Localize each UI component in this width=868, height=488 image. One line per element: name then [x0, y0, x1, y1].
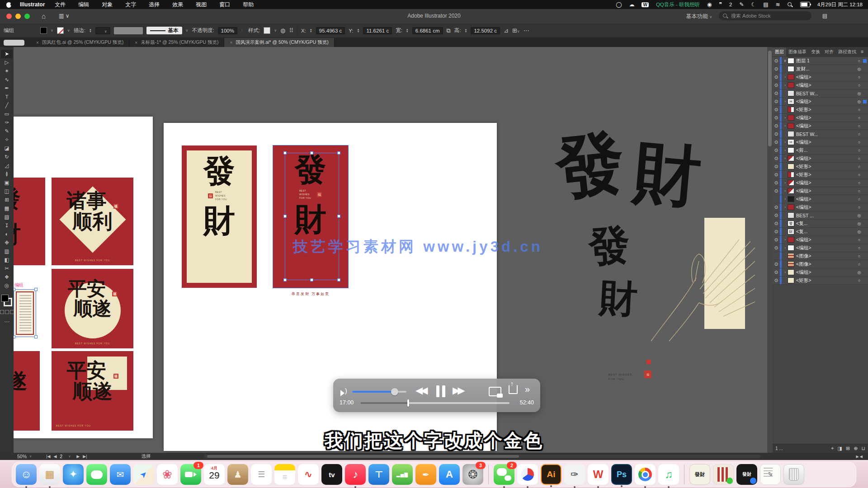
more-options-icon[interactable]: ⋯: [524, 27, 529, 34]
direct-selection-tool[interactable]: ▷: [1, 58, 13, 67]
mesh-tool[interactable]: ▦: [1, 204, 13, 213]
dock-mail[interactable]: ✉: [110, 464, 131, 485]
layer-name[interactable]: <复...: [794, 229, 856, 235]
dock-brush-app[interactable]: ✑: [564, 464, 585, 485]
playhead[interactable]: [407, 399, 409, 407]
panel-tab-align[interactable]: 对齐: [822, 47, 836, 56]
layer-name[interactable]: <矩形>: [794, 277, 856, 284]
layer-name[interactable]: <剪...: [794, 147, 856, 154]
rectangle-tool[interactable]: ▭: [1, 110, 13, 118]
rotate-tool[interactable]: ↻: [1, 153, 13, 161]
expand-chevron-icon[interactable]: ›: [783, 205, 788, 209]
target-circle-icon[interactable]: ○: [856, 278, 862, 283]
scale-tool[interactable]: ◿: [1, 161, 13, 170]
horizontal-scrollbar[interactable]: [204, 455, 760, 458]
tab-guofeng-yanshi[interactable]: × 国风演示案例.ai* @ 50% (CMYK/GPU 预览): [224, 38, 334, 47]
expand-chevron-icon[interactable]: ›: [783, 181, 788, 185]
selected-small-card[interactable]: [14, 289, 36, 337]
layer-row[interactable]: ⊙ › H <编组> ◎: [773, 98, 868, 106]
column-graph-tool[interactable]: ▥: [1, 247, 13, 256]
visibility-eye-icon[interactable]: ⊙: [773, 58, 780, 63]
height-value[interactable]: 12.5092 c: [471, 27, 500, 34]
dock-facetime[interactable]: 1: [180, 464, 201, 485]
visibility-eye-icon[interactable]: ⊙: [773, 115, 780, 120]
fill-stroke-indicator[interactable]: [1, 295, 12, 306]
layer-row[interactable]: ⊙ › <编组> ◎: [773, 268, 868, 277]
layer-name[interactable]: BEST W...: [794, 91, 856, 96]
layer-name[interactable]: <编组>: [794, 99, 856, 105]
layer-row[interactable]: ⊙ › <编组> ○: [773, 114, 868, 122]
shape-builder-tool[interactable]: ◫: [1, 187, 13, 196]
dock-wechat[interactable]: 2: [494, 464, 514, 485]
type-tool[interactable]: T: [1, 93, 13, 101]
dock-keynote[interactable]: ⊤: [368, 464, 389, 485]
layer-row[interactable]: ⊙ › <编组> ○: [773, 155, 868, 163]
visibility-eye-icon[interactable]: ⊙: [773, 172, 780, 177]
adobe-stock-search-input[interactable]: 搜索 Adobe Stock: [719, 11, 811, 20]
vertical-scrollbar[interactable]: [767, 47, 773, 453]
layer-name[interactable]: 发财...: [794, 66, 856, 72]
target-circle-icon[interactable]: ○: [856, 148, 862, 153]
target-circle-icon[interactable]: ○: [856, 246, 862, 250]
dock-stocks[interactable]: ∿: [298, 464, 319, 485]
tab-overflow-chip[interactable]: [4, 40, 24, 46]
menu-file[interactable]: 文件: [55, 1, 66, 9]
visibility-eye-icon[interactable]: ⊙: [773, 66, 780, 71]
input-source-icon[interactable]: ▤: [763, 0, 768, 9]
visibility-eye-icon[interactable]: ⊙: [773, 270, 780, 275]
document-setup-icon[interactable]: ◍: [280, 27, 285, 34]
mid-fa-char[interactable]: 發: [587, 216, 632, 275]
expand-chevron-icon[interactable]: ›: [783, 116, 788, 120]
stroke-color-swatch[interactable]: [57, 27, 64, 34]
expand-chevron-icon[interactable]: ›: [783, 246, 788, 250]
layer-row[interactable]: ⊙ 財 <复... ◎: [773, 228, 868, 236]
visibility-eye-icon[interactable]: ⊙: [773, 188, 780, 193]
panel-tab-pathfinder[interactable]: 路径查找: [836, 47, 859, 56]
volume-knob[interactable]: [391, 388, 398, 395]
dock-safari[interactable]: ✦: [63, 464, 84, 485]
share-icon[interactable]: [509, 385, 518, 394]
visibility-eye-icon[interactable]: ⊙: [773, 156, 780, 161]
layer-row[interactable]: ⊙ › <编组> ○: [773, 187, 868, 195]
target-circle-icon[interactable]: ○: [856, 124, 862, 128]
layer-row[interactable]: ⊙ <矩形> ○: [773, 171, 868, 179]
layer-row[interactable]: ⊙ BEST ... ◎: [773, 211, 868, 220]
rewind-button[interactable]: ◀◀: [415, 385, 425, 396]
visibility-eye-icon[interactable]: ⊙: [773, 229, 780, 234]
lasso-tool[interactable]: ∿: [1, 75, 13, 84]
expand-chevron-icon[interactable]: ›: [783, 148, 788, 152]
dock-reminders[interactable]: ☰: [251, 464, 272, 485]
dock-appletv[interactable]: tv: [321, 464, 342, 485]
visibility-eye-icon[interactable]: ⊙: [773, 83, 780, 88]
layer-row[interactable]: ⊙ › <编组> ○: [773, 122, 868, 130]
target-circle-icon[interactable]: ◎: [856, 91, 862, 96]
layer-name[interactable]: <编组>: [794, 188, 856, 194]
visibility-eye-icon[interactable]: ⊙: [773, 99, 780, 104]
selection-handle[interactable]: [310, 278, 313, 282]
shaper-tool[interactable]: ✧: [1, 136, 13, 144]
dock-baidu-netdisk[interactable]: [517, 464, 538, 485]
target-circle-icon[interactable]: ◎: [856, 213, 862, 218]
slice-tool[interactable]: ✂: [1, 264, 13, 273]
target-circle-icon[interactable]: ○: [856, 75, 862, 80]
shear-icon[interactable]: ⊿: [504, 27, 509, 34]
poster-partial-facai[interactable]: 發財: [14, 178, 45, 265]
big-fa-char[interactable]: 發: [552, 116, 630, 216]
expand-chevron-icon[interactable]: ›: [783, 140, 788, 144]
transform-panel-icon[interactable]: ⊞∨: [512, 27, 520, 34]
mid-cai-char[interactable]: 財: [598, 272, 639, 325]
pencil-tool[interactable]: ✎: [1, 127, 13, 136]
panel-menu-icon[interactable]: ≡: [861, 49, 866, 54]
menu-select[interactable]: 选择: [149, 1, 160, 9]
brush-definition-dropdown[interactable]: 基本: [146, 27, 182, 34]
target-circle-icon[interactable]: ○: [856, 262, 862, 267]
selection-handle[interactable]: [283, 151, 287, 155]
layer-row[interactable]: ⊙ <矩形> ○: [773, 277, 868, 285]
expand-chevron-icon[interactable]: ›: [783, 156, 788, 160]
target-circle-icon[interactable]: ◎: [856, 230, 862, 234]
volume-slider[interactable]: [352, 391, 406, 393]
target-circle-icon[interactable]: ○: [856, 140, 862, 145]
selection-handle[interactable]: [310, 151, 313, 155]
dock-appstore[interactable]: A: [439, 464, 460, 485]
free-transform-tool[interactable]: ▣: [1, 178, 13, 187]
